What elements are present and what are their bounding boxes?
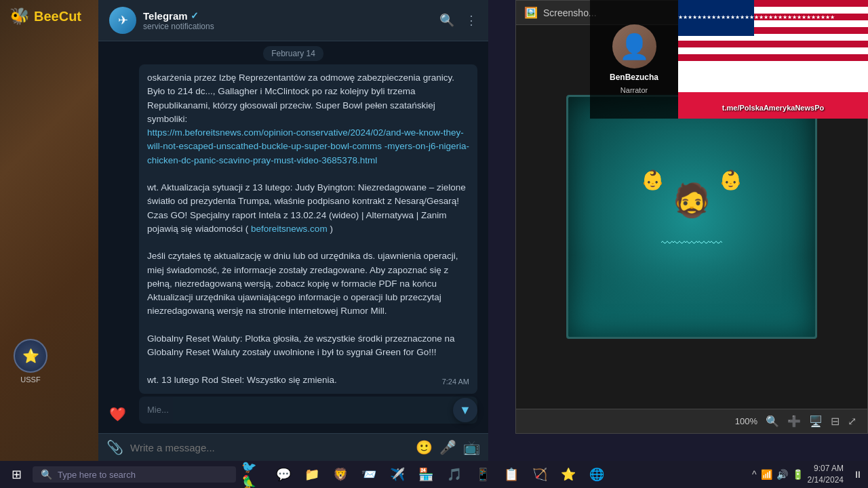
baby-left-icon: 👶 — [641, 171, 665, 190]
taskbar-search-box[interactable]: 🔍 Type here to search — [33, 466, 236, 483]
folder-icon: 📁 — [304, 467, 319, 482]
flag-panel: ★★★★★★★★★★★★★★★★★★★★★★★★★★★★★★★★★★★★★★★★… — [678, 0, 868, 119]
telegram-subtitle: service notifications — [143, 22, 439, 31]
browser-icon: 🦁 — [333, 467, 348, 482]
telegram-avatar: ✈ — [109, 7, 136, 34]
taskbar-app-folder[interactable]: 📁 — [298, 461, 326, 488]
more-options-icon[interactable]: ⋮ — [465, 13, 477, 28]
arrow-icon: 🏹 — [532, 467, 547, 482]
taskbar-app-email[interactable]: 📨 — [355, 461, 382, 488]
wave-decoration: 〰〰〰〰〰 — [661, 237, 722, 249]
clipboard-icon: 📋 — [504, 467, 519, 482]
ussf-icon: ⭐ — [14, 339, 47, 373]
volume-icon[interactable]: 🔊 — [776, 469, 788, 480]
message-text-1: oskarżenia przez Izbę Reprezentantów za … — [147, 73, 454, 124]
message-text-4: Globalny Reset Waluty: Plotka głosiła, ż… — [147, 333, 454, 357]
telegram-input-area: 📎 🙂 🎤 📺 — [98, 433, 488, 461]
beecut-logo: 🐝 BeeCut — [0, 0, 91, 33]
channel-name-text: Telegram — [143, 10, 188, 22]
zoom-in-icon[interactable]: ➕ — [787, 415, 801, 428]
fullscreen-icon[interactable]: ⤢ — [848, 415, 856, 428]
us-flag: ★★★★★★★★★★★★★★★★★★★★★★★★★★★★★★★★★★★★★★★★… — [678, 0, 868, 65]
message-link-1[interactable]: https://m.beforeitsnews.com/opinion-cons… — [147, 127, 469, 165]
music-icon: 🎵 — [447, 467, 462, 482]
telegram-icon: ✈️ — [390, 467, 405, 482]
message-input[interactable] — [130, 442, 409, 453]
zoom-percentage: 100% — [735, 416, 757, 426]
message-bubble-partial: Mie... — [139, 396, 477, 424]
ussf-star-icon: ⭐ — [22, 348, 39, 364]
taskbar-app-music[interactable]: 🎵 — [441, 461, 468, 488]
zoom-out-icon[interactable]: 🔍 — [766, 415, 779, 428]
partial-message-text: Mie... — [147, 405, 169, 415]
taskbar-app-telegram[interactable]: ✈️ — [384, 461, 411, 488]
figure-center-icon: 🧔 — [671, 182, 712, 218]
chat-icon: 💬 — [276, 467, 291, 482]
date-label: February 14 — [263, 46, 323, 61]
user-panel: 👤 BenBezucha Narrator — [590, 0, 678, 119]
telegram-header: ✈ Telegram ✓ service notifications 🔍 ⋮ — [98, 0, 488, 41]
mic-icon[interactable]: 🎤 — [439, 439, 456, 455]
birds-icon: 🐦🦜 — [241, 460, 269, 488]
emoji-icon[interactable]: 🙂 — [416, 439, 433, 455]
taskbar-app-chat[interactable]: 💬 — [270, 461, 297, 488]
clock-time: 9:07 AM — [808, 463, 844, 474]
taskbar-app-globe[interactable]: 🌐 — [583, 461, 610, 488]
search-icon: 🔍 — [41, 469, 52, 480]
telegram-messages: February 14 oskarżenia przez Izbę Reprez… — [98, 41, 488, 433]
phone-icon: 📱 — [475, 467, 490, 482]
taskbar-app-browser[interactable]: 🦁 — [327, 461, 354, 488]
baby-right-icon: 👶 — [719, 171, 743, 190]
globe-icon: 🌐 — [589, 467, 604, 482]
taskbar-app-store[interactable]: 🏪 — [412, 461, 439, 488]
system-tray-icons: ^ 📶 🔊 🔋 — [752, 469, 804, 480]
network-icon[interactable]: 📶 — [761, 469, 772, 480]
ussf-badge: ⭐ USSF — [7, 339, 54, 386]
message-text-3: Jeśli czytałeś tę aktualizację w dniu lu… — [147, 251, 458, 316]
verified-badge-icon: ✓ — [191, 10, 199, 21]
store-icon: 🏪 — [418, 467, 433, 482]
attach-icon[interactable]: 📎 — [106, 439, 123, 455]
heart-reaction-icon[interactable]: ❤️ — [109, 406, 126, 422]
scroll-down-button[interactable]: ▼ — [453, 398, 477, 422]
taskbar-app-clipboard[interactable]: 📋 — [498, 461, 525, 488]
taskbar: ⊞ 🔍 Type here to search 🐦🦜 💬 📁 🦁 📨 ✈️ 🏪 … — [0, 461, 868, 488]
user-avatar: 👤 — [612, 24, 656, 68]
message-closing-paren: ) — [330, 224, 333, 234]
search-placeholder-text: Type here to search — [58, 470, 136, 480]
windows-icon: ⊞ — [12, 467, 22, 482]
flag-display: ★★★★★★★★★★★★★★★★★★★★★★★★★★★★★★★★★★★★★★★★… — [678, 0, 868, 119]
date-bubble: February 14 — [98, 47, 488, 59]
view-mode-icon[interactable]: 🖥️ — [809, 415, 823, 428]
chevron-up-icon[interactable]: ^ — [752, 469, 757, 480]
telegram-logo-icon: ✈ — [118, 13, 128, 28]
screen-share-icon[interactable]: 📺 — [463, 439, 480, 455]
clock-date: 2/14/2024 — [808, 474, 844, 486]
message-time: 7:24 AM — [442, 376, 469, 388]
filmstrip-icon[interactable]: ⊟ — [831, 415, 840, 428]
beecut-text: BeeCut — [34, 9, 81, 24]
ussf-label: USSF — [20, 375, 40, 384]
search-icon[interactable]: 🔍 — [439, 13, 454, 28]
taskbar-app-arrow[interactable]: 🏹 — [526, 461, 553, 488]
main-image: 👶 🧔 👶 〰〰〰〰〰 — [566, 95, 817, 339]
battery-icon[interactable]: 🔋 — [792, 469, 804, 480]
start-button[interactable]: ⊞ — [0, 461, 33, 488]
telegram-window: ✈ Telegram ✓ service notifications 🔍 ⋮ F… — [98, 0, 488, 461]
user-role: Narrator — [620, 86, 648, 94]
user-name: BenBezucha — [610, 73, 658, 82]
message-bubble-1: oskarżenia przez Izbę Reprezentantów za … — [139, 64, 477, 394]
system-clock: 9:07 AM 2/14/2024 — [808, 463, 844, 486]
image-icon: 🖼️ — [524, 6, 538, 19]
background-wood — [0, 0, 102, 488]
user-avatar-icon: 👤 — [619, 33, 650, 61]
telegram-header-icons: 🔍 ⋮ — [439, 13, 477, 28]
message-link-2[interactable]: beforeitsnews.com — [251, 224, 328, 234]
taskbar-app-star[interactable]: ⭐ — [555, 461, 582, 488]
taskbar-app-birds[interactable]: 🐦🦜 — [241, 461, 269, 488]
taskbar-right: ^ 📶 🔊 🔋 9:07 AM 2/14/2024 ⏸ — [752, 463, 868, 486]
pause-button[interactable]: ⏸ — [853, 469, 863, 480]
bee-icon: 🐝 — [9, 7, 30, 26]
star-icon: ⭐ — [561, 467, 576, 482]
taskbar-app-phone[interactable]: 📱 — [469, 461, 496, 488]
